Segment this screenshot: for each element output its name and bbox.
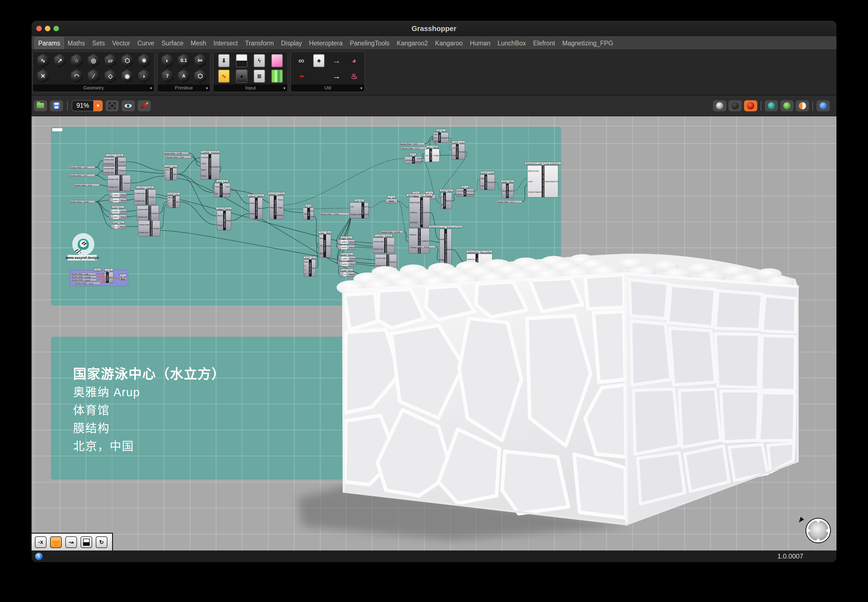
- node-csl2[interactable]: Number Slider⊙ 0.38: [71, 276, 97, 278]
- panel-expand-icon[interactable]: ▾: [206, 86, 208, 90]
- preview-wireframe-button[interactable]: [728, 100, 742, 111]
- node-area2[interactable]: AreaGeometryAreaAreaCentroid: [404, 157, 422, 164]
- box-icon[interactable]: ⬡: [121, 54, 134, 68]
- rectangle-icon[interactable]: ◇: [104, 69, 117, 83]
- value-list-icon[interactable]: ≣: [253, 69, 265, 83]
- tab-heteroptera[interactable]: Heteroptera: [305, 37, 346, 49]
- tab-elefront[interactable]: Elefront: [529, 37, 558, 49]
- sketch-button[interactable]: [138, 100, 151, 111]
- tab-transform[interactable]: Transform: [241, 37, 278, 49]
- circle-icon[interactable]: ○: [70, 54, 83, 68]
- tab-panelingtools[interactable]: PanelingTools: [346, 37, 393, 49]
- node-vor[interactable]: Voronoi 3DPointsBoxVoronoi 3DCellsBounda…: [214, 183, 230, 197]
- node-ext[interactable]: Extrude PointBasePointExtrude PointExtru…: [480, 175, 495, 190]
- node-s25[interactable]: Number Slider⊙ 25: [69, 166, 95, 169]
- tab-mesh[interactable]: Mesh: [187, 37, 210, 49]
- hexgrid-icon[interactable]: ⬡: [194, 69, 207, 83]
- node-s120[interactable]: Number Slider⊙ 120: [163, 152, 189, 155]
- tab-kangaroo2[interactable]: Kangaroo2: [393, 37, 431, 49]
- node-curve[interactable]: CurveCurve: [385, 199, 397, 203]
- zoom-extents-button[interactable]: [106, 100, 119, 111]
- canvas[interactable]: Number Slider⊙ 25Number Slider⊙ 17Number…: [32, 116, 836, 550]
- flask-icon[interactable]: ♨: [348, 69, 360, 83]
- node-plist[interactable]: Partition ListListSizePartition ListChun…: [452, 144, 465, 160]
- node-s016[interactable]: Number Slider⊙ 0.16: [380, 231, 403, 233]
- recompute-button[interactable]: ↻: [96, 536, 107, 548]
- number-icon[interactable]: 0.1: [178, 54, 190, 68]
- tab-human[interactable]: Human: [466, 37, 494, 49]
- node-sint[interactable]: Solid IntersectionBreps ABreps BSolid In…: [249, 197, 263, 219]
- vector-icon[interactable]: ↗: [54, 54, 66, 68]
- cull-icon[interactable]: ✕: [37, 69, 49, 83]
- tab-curve[interactable]: Curve: [134, 37, 158, 49]
- trigger-icon[interactable]: →: [330, 69, 343, 83]
- node-exF[interactable]: Expressionxt(-x/2)+tResult: [337, 240, 355, 244]
- surface-icon[interactable]: ◗: [138, 69, 150, 83]
- node-cd2[interactable]: Domain startDomain endConstruct DomainDo…: [103, 166, 126, 175]
- node-cd3[interactable]: Domain startDomain endConstruct DomainDo…: [107, 175, 130, 191]
- panel-toggle-button[interactable]: [81, 536, 92, 548]
- wire-display-button[interactable]: ↝: [65, 536, 77, 548]
- view-navigation-ball[interactable]: [806, 519, 830, 542]
- sphere-icon[interactable]: ◉: [121, 69, 134, 83]
- tab-display[interactable]: Display: [278, 37, 305, 49]
- node-db1[interactable]: Domain BoxBaseXYZDomain BoxBox: [164, 168, 177, 180]
- node-exB[interactable]: xt(x/2)-tResult: [109, 198, 127, 203]
- arc-icon[interactable]: ◠: [70, 69, 83, 83]
- node-move[interactable]: MoveGeometryMotionMoveGeometryTransform: [456, 189, 474, 197]
- info-icon[interactable]: !: [35, 553, 43, 561]
- graph-mapper-icon[interactable]: ϟ: [253, 54, 265, 67]
- node-csl1[interactable]: Number Slider⊙ 50: [70, 273, 96, 275]
- plane-icon[interactable]: ▱: [104, 54, 117, 68]
- node-cd6[interactable]: Domain startDomain endConstruct DomainDo…: [138, 220, 160, 236]
- preview-blue-button[interactable]: [816, 100, 830, 111]
- node-clus[interactable]: ClusterxyztClustershell: [104, 272, 113, 283]
- preview-eye-button[interactable]: [121, 100, 135, 111]
- zoom-dropdown-button[interactable]: ▾: [93, 100, 103, 111]
- node-dbrep[interactable]: Deconstruct BrepBrepDeconstruct BrepFace…: [269, 195, 284, 219]
- panel-icon[interactable]: [236, 54, 247, 67]
- preview-custom-button[interactable]: [765, 100, 778, 111]
- preview-off-button[interactable]: [713, 100, 726, 111]
- node-area1[interactable]: AreaGeometryAreaAreaCentroid: [303, 208, 314, 220]
- scribble-icon[interactable]: ∿: [218, 69, 230, 83]
- node-csl3[interactable]: Number Slider⊙ 0.27: [71, 279, 97, 281]
- text-icon[interactable]: A: [178, 69, 190, 83]
- node-shelltag[interactable]: Shell: [94, 266, 105, 270]
- node-llen[interactable]: List LengthListList LengthLength: [425, 149, 440, 162]
- node-s05[interactable]: Number Slider⊙ 0.5: [399, 143, 425, 145]
- gradient-icon[interactable]: [271, 54, 283, 67]
- lattice-icon[interactable]: ❄: [138, 54, 150, 68]
- relay-icon[interactable]: →: [330, 54, 343, 68]
- tab-params[interactable]: Params: [34, 37, 64, 49]
- knob-icon[interactable]: ●: [236, 69, 247, 83]
- node-wbwin[interactable]: Weaverbird's Mesh WindowMesh/PolylinesDi…: [409, 197, 430, 227]
- node-exC[interactable]: Expressionyt(-y/2)+tResult: [109, 209, 127, 214]
- node-smesh[interactable]: Simple MeshBrepSimple MeshMesh: [501, 183, 514, 198]
- preview-shaded-button[interactable]: [744, 100, 757, 111]
- panel-expand-icon[interactable]: ▾: [284, 86, 285, 90]
- scissors-icon[interactable]: ✂: [194, 54, 207, 68]
- curve-icon[interactable]: ∿: [37, 54, 49, 68]
- galapagos-icon[interactable]: ♣: [313, 54, 325, 67]
- tab-lunchbox[interactable]: LunchBox: [494, 37, 529, 49]
- node-csl4[interactable]: Number Slider⊙ 5.0: [74, 282, 100, 284]
- node-s15[interactable]: Number Slider⊙ 1.5: [401, 147, 427, 149]
- spiral-icon[interactable]: ◎: [87, 54, 100, 68]
- node-sdiff[interactable]: Solid DifferenceBreps ABreps BSolid Diff…: [217, 210, 231, 230]
- tab-intersect[interactable]: Intersect: [210, 37, 241, 49]
- save-file-button[interactable]: [50, 100, 63, 111]
- integer-icon[interactable]: 7: [161, 69, 174, 83]
- node-pg[interactable]: Populate GeometryGeometryCountSeedPoints…: [200, 154, 220, 180]
- boolean-icon[interactable]: ◐: [161, 54, 174, 68]
- preview-halfs-button[interactable]: [796, 100, 809, 111]
- node-s17[interactable]: Number Slider⊙ 17: [69, 174, 95, 177]
- node-cd4[interactable]: Construct DomainDomain startDomain endCo…: [134, 189, 156, 205]
- expression-button[interactable]: -x: [35, 536, 46, 548]
- node-disp[interactable]: DispatchListDispatch patternDispatchList…: [350, 203, 369, 218]
- tab-kangaroo[interactable]: Kangaroo: [431, 37, 466, 49]
- open-file-button[interactable]: [34, 100, 47, 111]
- node-s060[interactable]: Number Slider⊙ 0.60: [69, 201, 95, 203]
- tab-magnetizing_fpg[interactable]: Magnetizing_FPG: [558, 37, 616, 49]
- node-s10[interactable]: Number Slider⊙ 10: [74, 184, 100, 186]
